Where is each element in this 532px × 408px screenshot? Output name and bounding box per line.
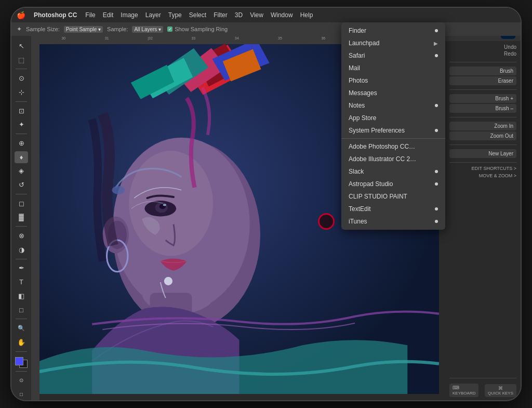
sysprefs-label: System Preferences [349,127,405,134]
zoom-in-button[interactable]: Zoom In [449,122,516,130]
panel-divider-3 [449,117,516,117]
sysprefs-bullet [435,129,438,132]
menu-layer[interactable]: Layer [145,11,161,19]
dropdown-item-notes[interactable]: Notes [341,99,445,112]
menu-type[interactable]: Type [168,11,182,19]
slack-label: Slack [349,168,364,175]
apple-menu[interactable]: 🍎 [17,11,25,19]
tool-separator-9 [16,371,27,372]
panel-divider-4 [449,144,516,145]
screen-mode-tool[interactable]: □ [15,388,28,400]
move-tool[interactable]: ↖ [15,40,28,52]
marquee-tool[interactable]: ⬚ [15,54,28,66]
eraser-tool[interactable]: ◻ [15,198,28,209]
shape-tool[interactable]: □ [15,304,28,316]
eraser-button[interactable]: Eraser [449,76,516,85]
panel-divider-6 [449,378,516,378]
dropdown-item-launchpad[interactable]: Launchpad ▶ [341,37,445,49]
dropdown-item-appstore[interactable]: App Store [341,112,445,124]
brush-cursor [318,213,335,230]
menu-3d[interactable]: 3D [235,11,243,19]
pen-tool[interactable]: ✒ [15,262,28,274]
color-swatch[interactable] [15,357,28,368]
dodge-tool[interactable]: ◑ [15,244,28,256]
panel-footer: ⌨ KEYBOARD ⌘ QUICK KEYS [445,376,521,400]
dropdown-item-photos[interactable]: Photos [341,74,445,87]
dropdown-item-safari[interactable]: Safari [341,49,445,62]
eyedropper-tool[interactable]: ✦ [15,119,28,130]
tool-separator-7 [16,319,27,319]
menu-image[interactable]: Image [121,11,138,19]
brush-tool[interactable]: ♦ [15,151,28,163]
shortcuts-link[interactable]: EDIT SHORTCUTS > [445,165,521,172]
path-select-tool[interactable]: ◧ [15,290,28,302]
dropdown-item-mail[interactable]: Mail [341,62,445,74]
sample-label: Sample: [107,26,128,32]
textedit-label: TextEdit [349,205,371,213]
menu-file[interactable]: File [85,11,95,19]
move-zoom-link[interactable]: MOVE & ZOOM > [445,172,521,179]
history-brush-tool[interactable]: ↺ [15,179,28,191]
object-select-tool[interactable]: ⊹ [15,86,28,98]
stamp-tool[interactable]: ◈ [15,165,28,177]
undo-row: Undo [449,44,516,50]
healing-brush-tool[interactable]: ⊕ [15,137,28,149]
zoom-tool[interactable]: 🔍 [15,322,28,334]
hand-tool[interactable]: ✋ [15,336,28,348]
menu-view[interactable]: View [250,11,263,19]
quick-keys-label: QUICK KEYS [488,391,513,396]
panel-divider-1 [449,62,516,62]
foreground-color[interactable] [15,357,23,365]
menu-select[interactable]: Select [189,11,206,19]
horizontal-scrollbar[interactable] [39,394,445,400]
mail-label: Mail [349,64,360,72]
new-layer-button[interactable]: New Layer [449,149,516,158]
left-toolbar: ↖ ⬚ ⊙ ⊹ ⊡ ✦ ⊕ ♦ ◈ ↺ ◻ ▓ ⊗ ◑ ✒ T ◧ □ 🔍 [11,36,31,400]
quick-keys-button[interactable]: ⌘ QUICK KEYS [485,384,516,397]
device-screen: 🍎 Photoshop CC File Edit Image Layer Typ… [11,8,521,400]
dropdown-item-clipstudio[interactable]: CLIP STUDIO PAINT [341,190,445,203]
keyboard-button[interactable]: ⌨ KEYBOARD [449,384,478,397]
tool-separator-3 [16,134,27,134]
right-panel: USB ◄ STUDIO Ps Undo Redo [445,8,521,400]
brush-minus-button[interactable]: Brush – [449,104,516,113]
keyboard-label: KEYBOARD [453,391,475,396]
dropdown-item-sysprefs[interactable]: System Preferences [341,124,445,137]
sample-value-select[interactable]: All Layers ▾ [132,26,163,33]
dropdown-item-textedit[interactable]: TextEdit [341,203,445,215]
tool-separator-5 [16,226,27,227]
quick-mask-tool[interactable]: ⊙ [15,375,28,387]
brush-size-group: Brush + Brush – [445,92,521,115]
undo-label[interactable]: Undo [504,44,516,50]
blur-tool[interactable]: ⊗ [15,230,28,242]
crop-tool[interactable]: ⊡ [15,105,28,117]
brush-button[interactable]: Brush [449,67,516,75]
gradient-tool[interactable]: ▓ [15,212,28,223]
dropdown-item-photoshop[interactable]: Adobe Photoshop CC… [341,140,445,153]
menu-filter[interactable]: Filter [214,11,228,19]
text-tool[interactable]: T [15,276,28,288]
panel-actions: Undo Redo [445,41,521,60]
clipstudio-label: CLIP STUDIO PAINT [349,193,407,200]
dropdown-item-astropad[interactable]: Astropad Studio [341,178,445,190]
tool-separator-8 [16,351,27,352]
zoom-out-button[interactable]: Zoom Out [449,131,516,140]
layer-group: New Layer [445,147,521,160]
lasso-tool[interactable]: ⊙ [15,72,28,84]
notes-label: Notes [349,102,365,109]
illustrator-label: Adobe Illustrator CC 2… [349,155,416,163]
brush-plus-button[interactable]: Brush + [449,94,516,103]
menu-window[interactable]: Window [271,11,293,19]
dropdown-item-finder[interactable]: Finder [341,24,445,37]
app-name[interactable]: Photoshop CC [34,11,77,19]
dropdown-item-slack[interactable]: Slack [341,165,445,178]
menu-help[interactable]: Help [300,11,313,19]
dropdown-item-illustrator[interactable]: Adobe Illustrator CC 2… [341,153,445,165]
redo-label[interactable]: Redo [504,51,516,57]
dropdown-item-itunes[interactable]: iTunes [341,215,445,228]
menu-edit[interactable]: Edit [103,11,114,19]
sample-size-label: Sample Size: [26,26,60,32]
sample-size-select[interactable]: Point Sample ▾ [64,26,103,33]
dropdown-item-messages[interactable]: Messages [341,87,445,99]
show-sampling-ring-checkbox[interactable]: ✓ Show Sampling Ring [167,26,228,32]
